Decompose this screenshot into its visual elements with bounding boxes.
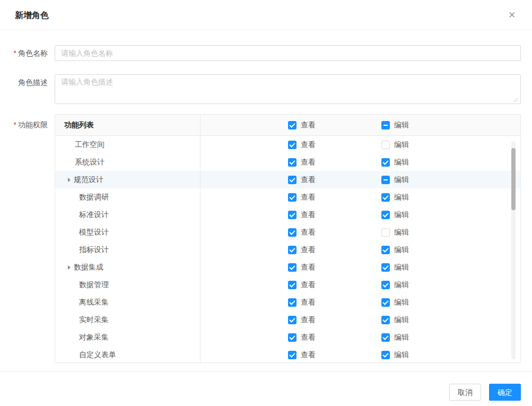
view-checkbox[interactable] xyxy=(288,193,296,202)
edit-checkbox-label[interactable]: 编辑 xyxy=(394,245,409,255)
role-name-input[interactable] xyxy=(55,45,521,61)
edit-checkbox-label[interactable]: 编辑 xyxy=(394,158,409,167)
confirm-button[interactable]: 确定 xyxy=(489,384,521,401)
edit-checkbox[interactable] xyxy=(381,351,390,359)
edit-checkbox[interactable] xyxy=(381,121,390,129)
edit-checkbox-label[interactable]: 编辑 xyxy=(394,120,409,130)
edit-checkbox[interactable] xyxy=(381,281,390,289)
table-row[interactable]: 规范设计查看编辑 xyxy=(55,171,520,188)
edit-checkbox-group[interactable]: 编辑 xyxy=(381,158,409,167)
view-checkbox-label[interactable]: 查看 xyxy=(301,350,316,360)
edit-checkbox[interactable] xyxy=(381,246,390,254)
view-checkbox-label[interactable]: 查看 xyxy=(301,158,316,167)
table-row[interactable]: 实时采集查看编辑 xyxy=(55,311,520,329)
edit-checkbox-group[interactable]: 编辑 xyxy=(381,210,409,220)
view-checkbox-label[interactable]: 查看 xyxy=(301,228,316,237)
edit-checkbox-group[interactable]: 编辑 xyxy=(381,263,409,272)
edit-checkbox-group[interactable]: 编辑 xyxy=(381,333,409,342)
edit-checkbox-label[interactable]: 编辑 xyxy=(394,193,409,202)
view-checkbox-label[interactable]: 查看 xyxy=(301,298,316,307)
view-checkbox-label[interactable]: 查看 xyxy=(301,193,316,202)
edit-checkbox[interactable] xyxy=(381,333,390,342)
view-checkbox-group[interactable]: 查看 xyxy=(288,193,316,202)
edit-checkbox[interactable] xyxy=(381,316,390,324)
expand-caret-icon[interactable] xyxy=(68,265,71,270)
view-checkbox-group[interactable]: 查看 xyxy=(288,210,316,220)
edit-checkbox-group[interactable]: 编辑 xyxy=(381,193,409,202)
edit-checkbox-label[interactable]: 编辑 xyxy=(394,140,409,150)
close-icon[interactable]: ✕ xyxy=(502,0,521,30)
edit-checkbox-label[interactable]: 编辑 xyxy=(394,315,409,325)
table-row[interactable]: 指标设计查看编辑 xyxy=(55,241,520,258)
view-checkbox-group[interactable]: 查看 xyxy=(288,350,316,360)
view-checkbox[interactable] xyxy=(288,141,296,149)
view-checkbox[interactable] xyxy=(288,298,296,307)
view-checkbox[interactable] xyxy=(288,176,296,184)
expand-caret-icon[interactable] xyxy=(68,178,71,182)
view-checkbox[interactable] xyxy=(288,158,296,167)
view-checkbox-label[interactable]: 查看 xyxy=(301,210,316,220)
edit-checkbox[interactable] xyxy=(381,141,390,149)
view-checkbox-group[interactable]: 查看 xyxy=(288,175,316,185)
table-row[interactable]: 数据管理查看编辑 xyxy=(55,276,520,293)
edit-checkbox[interactable] xyxy=(381,158,390,167)
view-checkbox-group[interactable]: 查看 xyxy=(288,333,316,342)
edit-checkbox-group[interactable]: 编辑 xyxy=(381,315,409,325)
edit-checkbox-label[interactable]: 编辑 xyxy=(394,333,409,342)
edit-checkbox-group[interactable]: 编辑 xyxy=(381,245,409,255)
view-checkbox[interactable] xyxy=(288,316,296,324)
edit-checkbox-label[interactable]: 编辑 xyxy=(394,210,409,220)
table-row[interactable]: 标准设计查看编辑 xyxy=(55,206,520,223)
edit-checkbox-label[interactable]: 编辑 xyxy=(394,350,409,360)
table-row[interactable]: 模型设计查看编辑 xyxy=(55,223,520,241)
edit-checkbox-group[interactable]: 编辑 xyxy=(381,228,409,237)
edit-checkbox-label[interactable]: 编辑 xyxy=(394,280,409,290)
view-checkbox-group[interactable]: 查看 xyxy=(288,140,316,150)
view-checkbox-label[interactable]: 查看 xyxy=(301,315,316,325)
view-checkbox-label[interactable]: 查看 xyxy=(301,333,316,342)
view-checkbox-label[interactable]: 查看 xyxy=(301,140,316,150)
view-checkbox[interactable] xyxy=(288,281,296,289)
edit-checkbox-group[interactable]: 编辑 xyxy=(381,120,409,130)
view-checkbox[interactable] xyxy=(288,228,296,237)
scrollbar-thumb[interactable] xyxy=(511,148,516,210)
edit-checkbox[interactable] xyxy=(381,298,390,307)
edit-checkbox-label[interactable]: 编辑 xyxy=(394,298,409,307)
table-row[interactable]: 数据集成查看编辑 xyxy=(55,258,520,276)
view-checkbox-group[interactable]: 查看 xyxy=(288,315,316,325)
edit-checkbox[interactable] xyxy=(381,176,390,184)
view-checkbox-group[interactable]: 查看 xyxy=(288,263,316,272)
edit-checkbox[interactable] xyxy=(381,211,390,219)
view-checkbox[interactable] xyxy=(288,351,296,359)
view-checkbox-group[interactable]: 查看 xyxy=(288,228,316,237)
view-checkbox[interactable] xyxy=(288,333,296,342)
view-checkbox[interactable] xyxy=(288,121,296,129)
edit-checkbox-group[interactable]: 编辑 xyxy=(381,175,409,185)
view-checkbox-label[interactable]: 查看 xyxy=(301,280,316,290)
table-row[interactable]: 自定义表单查看编辑 xyxy=(55,346,520,364)
edit-checkbox-group[interactable]: 编辑 xyxy=(381,350,409,360)
view-checkbox[interactable] xyxy=(288,263,296,272)
view-checkbox[interactable] xyxy=(288,211,296,219)
table-row[interactable]: 离线采集查看编辑 xyxy=(55,293,520,311)
edit-checkbox-label[interactable]: 编辑 xyxy=(394,228,409,237)
edit-checkbox-group[interactable]: 编辑 xyxy=(381,280,409,290)
view-checkbox-group[interactable]: 查看 xyxy=(288,298,316,307)
edit-checkbox[interactable] xyxy=(381,263,390,272)
table-row[interactable]: 工作空间查看编辑 xyxy=(55,136,520,153)
view-checkbox[interactable] xyxy=(288,246,296,254)
view-checkbox-label[interactable]: 查看 xyxy=(301,120,316,130)
edit-checkbox-group[interactable]: 编辑 xyxy=(381,298,409,307)
table-row[interactable]: 对象采集查看编辑 xyxy=(55,329,520,346)
role-desc-textarea[interactable] xyxy=(55,74,521,104)
edit-checkbox[interactable] xyxy=(381,228,390,237)
edit-checkbox-group[interactable]: 编辑 xyxy=(381,140,409,150)
view-checkbox-label[interactable]: 查看 xyxy=(301,175,316,185)
view-checkbox-group[interactable]: 查看 xyxy=(288,158,316,167)
view-checkbox-label[interactable]: 查看 xyxy=(301,263,316,272)
cancel-button[interactable]: 取消 xyxy=(449,384,481,401)
table-row[interactable]: 数据调研查看编辑 xyxy=(55,188,520,206)
view-checkbox-group[interactable]: 查看 xyxy=(288,120,316,130)
view-checkbox-group[interactable]: 查看 xyxy=(288,245,316,255)
edit-checkbox-label[interactable]: 编辑 xyxy=(394,263,409,272)
